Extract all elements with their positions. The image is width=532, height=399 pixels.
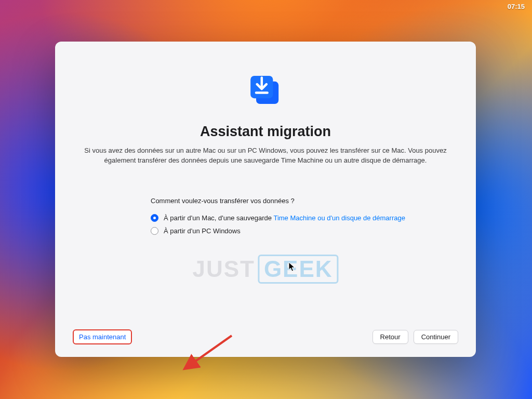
option-label: À partir d'un PC Windows xyxy=(164,227,241,235)
option-from-windows-pc[interactable]: À partir d'un PC Windows xyxy=(151,227,458,235)
option-label: À partir d'un Mac, d'une sauvegarde Time… xyxy=(164,214,405,222)
continue-button[interactable]: Continuer xyxy=(414,330,458,344)
back-button[interactable]: Retour xyxy=(373,330,408,344)
watermark-right: GEEK xyxy=(258,255,339,284)
migration-icon xyxy=(242,66,289,113)
transfer-question-block: Comment voulez-vous transférer vos donné… xyxy=(151,197,458,240)
watermark: JUST GEEK xyxy=(192,255,338,284)
option-from-mac[interactable]: À partir d'un Mac, d'une sauvegarde Time… xyxy=(151,214,458,222)
radio-unselected-icon xyxy=(151,227,158,235)
migration-assistant-panel: Assistant migration Si vous avez des don… xyxy=(55,42,476,357)
option-label-link: Time Machine ou d'un disque de démarrage xyxy=(273,214,405,222)
menubar-clock: 07:15 xyxy=(508,3,525,10)
hero: Assistant migration Si vous avez des don… xyxy=(73,66,458,166)
not-now-button[interactable]: Pas maintenant xyxy=(73,329,132,344)
radio-selected-icon xyxy=(151,214,158,222)
menubar: 07:15 xyxy=(0,0,532,12)
option-label-prefix: À partir d'un Mac, d'une sauvegarde xyxy=(164,214,273,222)
footer: Pas maintenant Retour Continuer xyxy=(73,323,458,344)
option-label-prefix: À partir d'un PC Windows xyxy=(164,227,241,235)
watermark-left: JUST xyxy=(192,256,255,282)
page-description: Si vous avez des données sur un autre Ma… xyxy=(78,146,453,166)
transfer-question: Comment voulez-vous transférer vos donné… xyxy=(151,197,458,205)
page-title: Assistant migration xyxy=(200,124,331,140)
